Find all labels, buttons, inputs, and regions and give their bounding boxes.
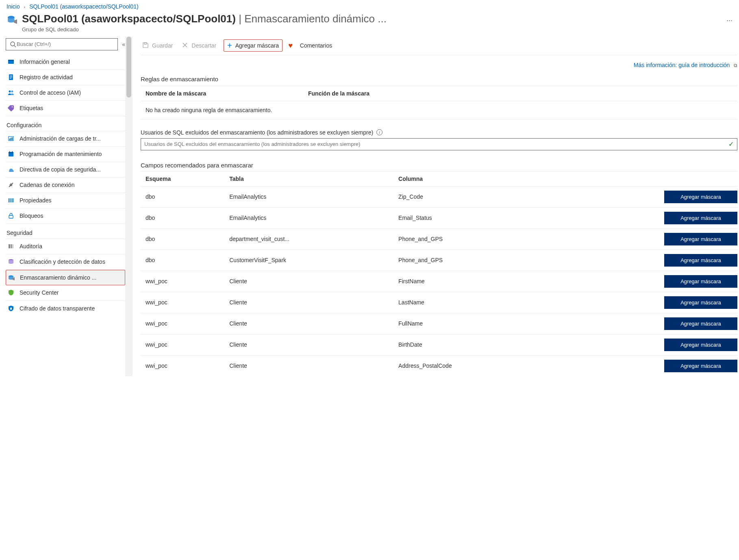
breadcrumb-resource[interactable]: SQLPool01 (asaworkspacecto/SQLPool01) <box>29 3 138 10</box>
table-row: dbodepartment_visit_cust...Phone_and_GPS… <box>141 228 737 250</box>
cell-action: Agregar máscara <box>546 271 737 292</box>
excluded-users-field[interactable]: ✓ <box>141 138 737 150</box>
add-mask-row-button[interactable]: Agregar máscara <box>664 317 737 330</box>
svg-rect-28 <box>11 244 12 248</box>
table-row: wwi_pocClienteFirstNameAgregar máscara <box>141 271 737 292</box>
cell-table: EmailAnalytics <box>224 186 393 207</box>
cell-action: Agregar máscara <box>546 250 737 271</box>
sidebar-item-label: Propiedades <box>20 197 123 204</box>
cell-table: department_visit_cust... <box>224 228 393 250</box>
scroll-thumb[interactable] <box>126 37 131 98</box>
cell-column: Zip_Code <box>393 186 546 207</box>
sidebar-item-label: Cifrado de datos transparente <box>20 305 123 312</box>
toolbar: Guardar Descartar + Agregar máscara ♥ Co… <box>141 37 737 55</box>
discard-button[interactable]: Descartar <box>180 41 218 50</box>
svg-point-12 <box>11 91 13 93</box>
search-icon <box>9 41 17 48</box>
col-column: Columna <box>393 171 546 186</box>
sidebar-item-data-classification[interactable]: Clasificación y detección de datos <box>6 254 125 270</box>
col-action <box>546 171 737 186</box>
sidebar-item-overview[interactable]: Información general <box>6 54 125 70</box>
add-mask-row-button[interactable]: Agregar máscara <box>664 275 737 288</box>
save-button[interactable]: Guardar <box>141 41 174 50</box>
table-row: dboCustomerVisitF_SparkPhone_and_GPSAgre… <box>141 250 737 271</box>
svg-point-3 <box>11 42 15 46</box>
sidebar-item-label: Registro de actividad <box>20 74 123 80</box>
add-mask-row-button[interactable]: Agregar máscara <box>664 212 737 224</box>
collapse-sidebar-icon[interactable]: « <box>122 41 125 48</box>
save-icon <box>142 42 149 50</box>
sidebar-item-backup[interactable]: Directiva de copia de segurida... <box>6 162 125 178</box>
sidebar-item-locks[interactable]: Bloqueos <box>6 208 125 224</box>
sidebar-item-label: Bloqueos <box>20 213 123 219</box>
col-table: Tabla <box>224 171 393 186</box>
table-row: dboEmailAnalyticsZip_CodeAgregar máscara <box>141 186 737 207</box>
col-schema: Esquema <box>141 171 224 186</box>
breadcrumb-sep: › <box>24 4 26 9</box>
resource-icon <box>7 12 17 26</box>
svg-rect-19 <box>9 152 13 153</box>
svg-rect-27 <box>9 244 10 248</box>
recommendations-title: Campos recomendados para enmascarar <box>141 162 737 169</box>
cell-table: Cliente <box>224 355 393 376</box>
cell-action: Agregar máscara <box>546 355 737 376</box>
heart-icon: ♥ <box>288 41 293 50</box>
sidebar-item-workload[interactable]: Administración de cargas de tr... <box>6 131 125 147</box>
rules-col-function: Función de la máscara <box>308 90 370 97</box>
sidebar-item-tde[interactable]: Cifrado de datos transparente <box>6 301 125 316</box>
sidebar-item-maintenance[interactable]: Programación de mantenimiento <box>6 147 125 162</box>
sidebar-item-auditing[interactable]: Auditoría <box>6 239 125 254</box>
add-mask-row-button[interactable]: Agregar máscara <box>664 296 737 309</box>
add-mask-row-button[interactable]: Agregar máscara <box>664 360 737 372</box>
rules-title: Reglas de enmascaramiento <box>141 76 737 82</box>
excluded-users-input[interactable] <box>144 141 728 147</box>
feedback-button[interactable]: Comentarios <box>298 41 334 50</box>
sidebar-item-label: Security Center <box>20 289 123 296</box>
cell-column: Address_PostalCode <box>393 355 546 376</box>
cell-schema: dbo <box>141 228 224 250</box>
cell-column: LastName <box>393 292 546 313</box>
sidebar-scrollbar[interactable]: ▴ <box>125 37 133 376</box>
sidebar-item-tags[interactable]: Etiquetas <box>6 101 125 116</box>
add-mask-button[interactable]: + Agregar máscara <box>224 39 283 52</box>
sidebar-search-input[interactable] <box>17 41 114 47</box>
sidebar-item-security-center[interactable]: Security Center <box>6 285 125 301</box>
classify-icon <box>7 258 15 265</box>
svg-rect-8 <box>10 76 12 76</box>
cell-table: Cliente <box>224 313 393 334</box>
info-icon[interactable]: i <box>376 129 383 135</box>
svg-rect-26 <box>9 215 13 218</box>
rules-empty-message: No ha creado ninguna regla de enmascaram… <box>141 101 737 119</box>
breadcrumb-home[interactable]: Inicio <box>7 3 20 10</box>
audit-icon <box>7 243 15 250</box>
more-actions-button[interactable]: ··· <box>726 12 732 25</box>
table-row: wwi_pocClienteFullNameAgregar máscara <box>141 313 737 334</box>
cell-schema: wwi_poc <box>141 313 224 334</box>
more-info-link[interactable]: Más información: guía de introducción <box>634 62 730 68</box>
sidebar-item-iam[interactable]: Control de acceso (IAM) <box>6 85 125 101</box>
sidebar-item-activity-log[interactable]: Registro de actividad <box>6 70 125 85</box>
svg-point-1 <box>8 16 14 19</box>
sidebar-item-connection-strings[interactable]: Cadenas de conexión <box>6 178 125 193</box>
add-mask-row-button[interactable]: Agregar máscara <box>664 254 737 267</box>
cell-column: BirthDate <box>393 334 546 355</box>
sidebar-item-label: Enmascaramiento dinámico ... <box>20 274 122 281</box>
add-mask-label: Agregar máscara <box>235 42 279 49</box>
svg-rect-25 <box>12 198 13 202</box>
table-header-row: Esquema Tabla Columna <box>141 171 737 186</box>
cell-column: Email_Status <box>393 207 546 228</box>
sidebar: « Información general Registro de activi… <box>0 37 125 376</box>
add-mask-row-button[interactable]: Agregar máscara <box>664 233 737 245</box>
tag-icon <box>7 104 15 112</box>
breadcrumb: Inicio › SQLPool01 (asaworkspacecto/SQLP… <box>0 0 739 11</box>
cell-table: Cliente <box>224 292 393 313</box>
add-mask-row-button[interactable]: Agregar máscara <box>664 339 737 351</box>
sidebar-item-dynamic-masking[interactable]: Enmascaramiento dinámico ... <box>6 270 125 285</box>
svg-rect-16 <box>11 138 11 140</box>
page-header: SQLPool01 (asaworkspacecto/SQLPool01) | … <box>0 11 739 37</box>
sidebar-item-properties[interactable]: Propiedades <box>6 193 125 208</box>
add-mask-row-button[interactable]: Agregar máscara <box>664 191 737 203</box>
sidebar-search[interactable] <box>6 38 118 50</box>
svg-rect-23 <box>9 198 10 202</box>
sidebar-item-label: Cadenas de conexión <box>20 182 123 188</box>
